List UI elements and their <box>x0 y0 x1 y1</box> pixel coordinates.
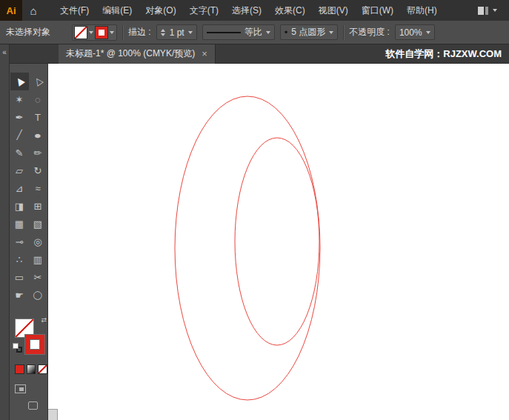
opacity-select[interactable]: 100% <box>395 24 435 40</box>
stroke-weight-select[interactable]: 1 pt <box>156 24 197 40</box>
direct-selection-tool[interactable]: ▷ <box>29 73 47 90</box>
menubar: Ai ⌂ 文件(F)编辑(E)对象(O)文字(T)选择(S)效果(C)视图(V)… <box>0 0 509 21</box>
toolbar: ▶▷✶◌✒T╱●✎✏▱↻⊿≈◨⊞▦▧⊸◎∴▥▭✂☛◯ ⇄ <box>10 64 48 420</box>
stroke-swatch[interactable] <box>25 335 44 354</box>
ellipse-path-2[interactable] <box>235 138 319 345</box>
uniform-line-icon <box>207 32 241 33</box>
app-logo: Ai <box>0 0 22 21</box>
none-button[interactable] <box>38 364 47 374</box>
pen-tool-icon: ✒ <box>16 113 24 122</box>
mesh-tool-icon: ▦ <box>15 219 24 229</box>
scroll-corner <box>48 409 58 420</box>
perspective-grid-tool[interactable]: ⊞ <box>29 197 47 215</box>
scale-tool[interactable]: ⊿ <box>10 179 29 197</box>
pen-tool[interactable]: ✒ <box>10 108 29 126</box>
draw-mode-icon[interactable] <box>15 384 26 393</box>
width-profile-select[interactable]: 等比 <box>202 24 275 40</box>
chevron-down-icon <box>329 31 333 34</box>
canvas[interactable] <box>48 64 509 420</box>
paintbrush-tool-icon: ✎ <box>16 148 24 158</box>
watermark-text: 软件自学网：RJZXW.COM <box>385 47 509 61</box>
menu-item-window[interactable]: 窗口(W) <box>355 0 400 21</box>
menu-item-select[interactable]: 选择(S) <box>225 0 268 21</box>
line-segment-tool-icon: ╱ <box>16 130 21 139</box>
ellipse-tool[interactable]: ● <box>29 126 47 144</box>
screen-mode-icon[interactable] <box>28 401 38 410</box>
opacity-value: 100% <box>399 27 422 38</box>
hand-tool-icon: ☛ <box>15 290 24 300</box>
menu-item-object[interactable]: 对象(O) <box>139 0 182 21</box>
eyedropper-tool[interactable]: ⊸ <box>10 233 29 250</box>
gradient-button[interactable] <box>27 364 36 374</box>
rotate-tool-icon: ↻ <box>34 166 42 176</box>
lasso-tool-icon: ◌ <box>35 95 41 104</box>
tab-close-icon[interactable]: × <box>202 48 207 59</box>
opacity-label: 不透明度 : <box>349 26 390 39</box>
fill-color-swatch[interactable] <box>75 27 87 39</box>
swap-fill-stroke-icon[interactable]: ⇄ <box>41 316 47 324</box>
ellipse-path-1[interactable] <box>175 96 320 400</box>
stroke-color-swatch[interactable] <box>96 27 107 39</box>
document-tab[interactable]: 未标题-1* @ 100% (CMYK/预览) × <box>59 44 216 64</box>
slice-tool[interactable]: ✂ <box>29 268 47 286</box>
zoom-tool-icon: ◯ <box>33 291 42 299</box>
stroke-chevron-icon[interactable] <box>110 31 114 34</box>
default-fill-stroke-icon[interactable] <box>13 343 22 353</box>
workspace-icon <box>478 7 488 15</box>
mesh-tool[interactable]: ▦ <box>10 215 29 233</box>
direct-selection-tool-icon: ▷ <box>32 76 44 87</box>
home-icon[interactable]: ⌂ <box>22 0 44 21</box>
toolbar-header[interactable] <box>10 44 48 64</box>
eraser-tool[interactable]: ▱ <box>10 161 29 179</box>
stroke-weight-label: 描边 : <box>128 26 151 39</box>
illustrator-window: Ai ⌂ 文件(F)编辑(E)对象(O)文字(T)选择(S)效果(C)视图(V)… <box>0 0 509 420</box>
status-text: 未选择对象 <box>6 26 50 39</box>
divider <box>343 25 344 40</box>
panel-collapse-strip[interactable]: « <box>0 44 10 420</box>
type-tool[interactable]: T <box>29 108 47 126</box>
shape-builder-tool[interactable]: ◨ <box>10 197 29 215</box>
eyedropper-tool-icon: ⊸ <box>16 237 24 247</box>
gradient-tool[interactable]: ▧ <box>29 215 47 233</box>
fill-chevron-icon[interactable] <box>89 31 93 34</box>
magic-wand-tool[interactable]: ✶ <box>10 90 29 108</box>
gradient-tool-icon: ▧ <box>33 219 42 229</box>
column-graph-tool-icon: ▥ <box>33 255 42 264</box>
menu-item-effect[interactable]: 效果(C) <box>268 0 312 21</box>
workspace-switcher[interactable] <box>478 7 509 15</box>
column-graph-tool[interactable]: ▥ <box>29 250 47 268</box>
magic-wand-tool-icon: ✶ <box>16 95 24 104</box>
color-button[interactable] <box>15 364 24 374</box>
tool-grid: ▶▷✶◌✒T╱●✎✏▱↻⊿≈◨⊞▦▧⊸◎∴▥▭✂☛◯ <box>10 64 47 304</box>
menu-item-help[interactable]: 帮助(H) <box>400 0 444 21</box>
blend-tool[interactable]: ◎ <box>29 233 47 250</box>
blend-tool-icon: ◎ <box>33 237 41 247</box>
symbol-sprayer-tool[interactable]: ∴ <box>10 250 29 268</box>
pencil-tool[interactable]: ✏ <box>29 144 47 161</box>
selection-tool[interactable]: ▶ <box>10 73 29 90</box>
zoom-tool[interactable]: ◯ <box>29 286 47 304</box>
divider <box>122 25 123 40</box>
rotate-tool[interactable]: ↻ <box>29 161 47 179</box>
paintbrush-tool[interactable]: ✎ <box>10 144 29 161</box>
collapse-panels-icon[interactable]: « <box>2 48 7 56</box>
mode-buttons <box>10 384 47 410</box>
artboard-svg[interactable] <box>48 64 509 420</box>
width-tool[interactable]: ≈ <box>29 179 47 197</box>
width-tool-icon: ≈ <box>35 184 40 193</box>
lasso-tool[interactable]: ◌ <box>29 90 47 108</box>
hand-tool[interactable]: ☛ <box>10 286 29 304</box>
brush-definition-value: 5 点圆形 <box>291 26 325 39</box>
color-mode-buttons <box>15 364 47 374</box>
menu-item-file[interactable]: 文件(F) <box>53 0 96 21</box>
stepper-icon[interactable] <box>161 29 165 36</box>
brush-definition-select[interactable]: • 5 点圆形 <box>280 24 339 40</box>
document-area: 未标题-1* @ 100% (CMYK/预览) × 软件自学网：RJZXW.CO… <box>48 44 509 420</box>
menu-item-edit[interactable]: 编辑(E) <box>96 0 139 21</box>
line-segment-tool[interactable]: ╱ <box>10 126 29 144</box>
chevron-down-icon <box>493 9 497 12</box>
slice-tool-icon: ✂ <box>34 273 42 282</box>
menu-item-view[interactable]: 视图(V) <box>312 0 355 21</box>
artboard-tool[interactable]: ▭ <box>10 268 29 286</box>
menu-item-type[interactable]: 文字(T) <box>183 0 225 21</box>
